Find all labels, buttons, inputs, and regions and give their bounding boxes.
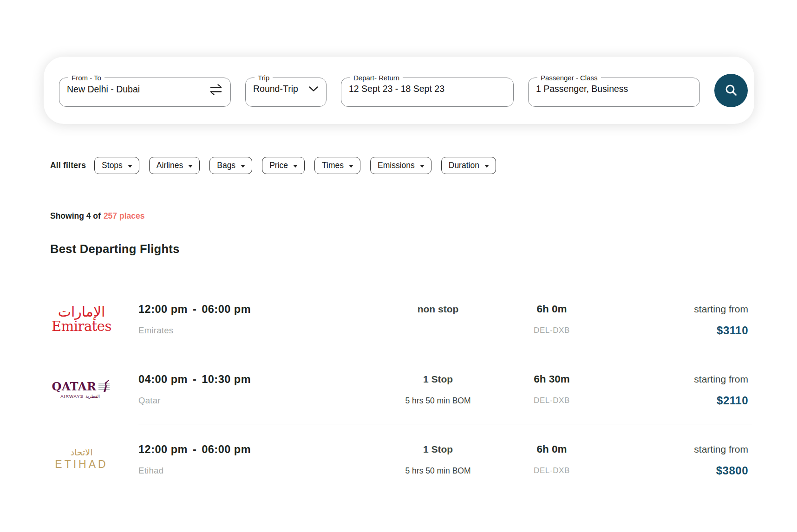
route: DEL-DXB <box>534 466 570 476</box>
filter-chip-price[interactable]: Price <box>262 157 305 174</box>
results-summary: Showing 4 of257 places <box>50 211 144 221</box>
filter-chip-stops[interactable]: Stops <box>94 157 139 174</box>
caret-down-icon <box>188 165 193 168</box>
caret-down-icon <box>349 165 353 168</box>
qatar-airways-text: AIRWAYS <box>60 394 84 399</box>
flight-duration: 6h 30m <box>534 373 570 386</box>
from-to-label: From - To <box>68 74 105 81</box>
time-separator: - <box>193 303 196 316</box>
trip-label: Trip <box>255 74 273 81</box>
arrival-time: 06:00 pm <box>202 443 251 455</box>
filter-chip-label: Times <box>322 161 344 170</box>
chevron-down-icon[interactable] <box>308 86 319 92</box>
stop-detail: 5 hrs 50 min BOM <box>405 466 470 476</box>
search-button[interactable] <box>714 74 748 107</box>
caret-down-icon <box>484 165 489 168</box>
filter-chip-label: Airlines <box>157 161 183 170</box>
caret-down-icon <box>128 165 132 168</box>
results-count: 257 places <box>104 211 145 221</box>
route: DEL-DXB <box>534 325 570 336</box>
trip-value: Round-Trip <box>253 84 298 94</box>
airline-name: Emirates <box>138 325 173 336</box>
trip-field[interactable]: Trip Round-Trip <box>245 74 327 107</box>
price-label: starting from <box>694 373 748 386</box>
search-card: From - To New Delhi - Dubai Trip Round-T… <box>44 57 754 124</box>
depart-return-value: 12 Sept 23 - 18 Sept 23 <box>349 84 444 94</box>
qatar-arabic-text: القطرية <box>85 394 100 399</box>
filter-chip-times[interactable]: Times <box>314 157 360 174</box>
flight-row-qatar[interactable]: QATAR AIRWAYS القطرية 04: <box>50 354 752 424</box>
stops-info: 1 Stop <box>423 373 453 386</box>
filter-chip-label: Price <box>269 161 288 170</box>
results-summary-prefix: Showing 4 of <box>50 211 101 221</box>
emirates-logo: الإمارات Emirates <box>50 304 113 334</box>
passenger-class-value: 1 Passenger, Business <box>536 84 628 94</box>
from-to-field[interactable]: From - To New Delhi - Dubai <box>59 74 231 107</box>
etihad-arabic-mark: الاتحاد <box>71 448 93 458</box>
flight-times: 04:00 pm-10:30 pm <box>138 373 251 386</box>
depart-return-field[interactable]: Depart- Return 12 Sept 23 - 18 Sept 23 <box>341 74 514 107</box>
flight-duration: 6h 0m <box>536 443 567 456</box>
filter-chip-label: Bags <box>217 161 235 170</box>
filter-chip-duration[interactable]: Duration <box>441 157 496 174</box>
caret-down-icon <box>241 165 245 168</box>
price: $3110 <box>717 325 748 336</box>
price-label: starting from <box>694 443 748 456</box>
filter-chip-label: Emissions <box>378 161 415 170</box>
caret-down-icon <box>420 165 425 168</box>
emirates-arabic-mark: الإمارات <box>58 304 105 319</box>
swap-horizontal-icon[interactable] <box>209 84 223 96</box>
passenger-class-label: Passenger - Class <box>537 74 601 81</box>
filters-bar: All filters Stops Airlines Bags Price Ti… <box>50 157 506 174</box>
flight-list: الإمارات Emirates 12:00 pm-06:00 pm Emir… <box>50 284 752 494</box>
emirates-wordmark: Emirates <box>52 319 111 334</box>
airline-name: Etihad <box>138 466 163 476</box>
departure-time: 12:00 pm <box>138 303 188 315</box>
arrival-time: 10:30 pm <box>202 373 251 385</box>
arrival-time: 06:00 pm <box>202 303 251 315</box>
section-heading: Best Departing Flights <box>50 242 180 256</box>
filter-chip-airlines[interactable]: Airlines <box>149 157 200 174</box>
price-label: starting from <box>694 303 748 316</box>
airline-name: Qatar <box>138 396 161 406</box>
caret-down-icon <box>293 165 298 168</box>
flight-duration: 6h 0m <box>536 303 567 316</box>
qatar-wordmark: QATAR <box>52 380 97 393</box>
from-to-value: New Delhi - Dubai <box>67 84 140 95</box>
departure-time: 04:00 pm <box>138 373 188 385</box>
filter-chip-label: Stops <box>102 161 123 170</box>
flight-times: 12:00 pm-06:00 pm <box>138 443 251 456</box>
search-icon <box>724 83 738 97</box>
all-filters-label: All filters <box>50 161 86 170</box>
stops-info: non stop <box>418 303 459 316</box>
qatar-airways-logo: QATAR AIRWAYS القطرية <box>50 380 113 399</box>
time-separator: - <box>193 443 196 456</box>
time-separator: - <box>193 373 196 386</box>
depart-return-label: Depart- Return <box>350 74 403 81</box>
flight-row-etihad[interactable]: الاتحاد ETIHAD 12:00 pm-06:00 pm Etihad … <box>50 424 752 494</box>
filter-chip-emissions[interactable]: Emissions <box>370 157 431 174</box>
qatar-sub-wordmark: AIRWAYS القطرية <box>60 394 100 399</box>
route: DEL-DXB <box>534 396 570 406</box>
flight-row-emirates[interactable]: الإمارات Emirates 12:00 pm-06:00 pm Emir… <box>50 284 752 354</box>
departure-time: 12:00 pm <box>138 443 188 455</box>
etihad-wordmark: ETIHAD <box>55 458 108 471</box>
filter-chip-label: Duration <box>449 161 479 170</box>
etihad-logo: الاتحاد ETIHAD <box>50 448 113 471</box>
price: $3800 <box>716 466 748 476</box>
price: $2110 <box>717 396 748 406</box>
passenger-class-field[interactable]: Passenger - Class 1 Passenger, Business <box>528 74 700 107</box>
filter-chip-bags[interactable]: Bags <box>209 157 252 174</box>
qatar-oryx-icon <box>98 380 111 393</box>
stops-info: 1 Stop <box>423 443 453 456</box>
stop-detail: 5 hrs 50 min BOM <box>405 396 470 406</box>
flight-times: 12:00 pm-06:00 pm <box>138 303 251 316</box>
